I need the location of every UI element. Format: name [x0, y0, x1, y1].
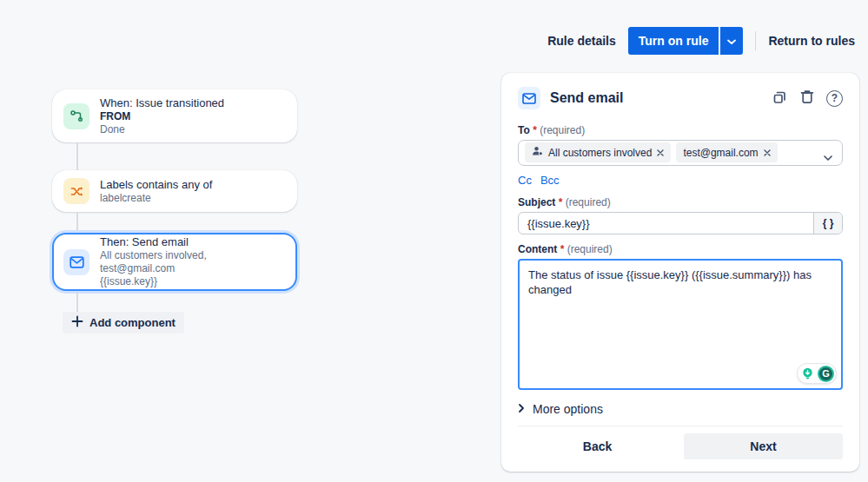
to-recipients-select[interactable]: All customers involved test@gmail.com	[518, 140, 843, 166]
remove-chip-icon[interactable]	[764, 149, 771, 156]
shuffle-icon	[63, 178, 89, 204]
recipient-chip-all-customers[interactable]: All customers involved	[525, 142, 671, 162]
card-subtitle-status: Done	[100, 123, 224, 136]
chevron-down-icon	[726, 35, 737, 48]
card-text: Labels contains any of labelcreate	[100, 178, 212, 205]
chevron-right-icon	[518, 401, 525, 417]
required-asterisk: *	[560, 243, 565, 255]
flow-connector	[76, 212, 78, 231]
add-component-label: Add component	[89, 316, 176, 329]
braces-icon: { }	[823, 217, 834, 229]
recipient-chip-email[interactable]: test@gmail.com	[676, 142, 777, 162]
content-field-label: Content * (required)	[518, 243, 843, 255]
grammarly-widget[interactable]: G	[797, 363, 837, 384]
action-card-send-email-selected[interactable]: Then: Send email All customers involved,…	[52, 233, 297, 291]
add-component-button[interactable]: Add component	[63, 312, 184, 333]
turn-on-rule-dropdown-button[interactable]	[720, 27, 743, 55]
plus-icon	[71, 315, 83, 330]
bcc-link[interactable]: Bcc	[540, 174, 560, 187]
chip-label: test@gmail.com	[683, 147, 758, 159]
cc-link[interactable]: Cc	[518, 174, 532, 187]
content-textarea[interactable]: The status of issue {{issue.key}} ({{iss…	[520, 261, 841, 388]
email-icon	[518, 87, 540, 109]
panel-footer: Back Next	[518, 426, 843, 459]
turn-on-rule-button[interactable]: Turn on rule	[628, 27, 719, 55]
content-field: The status of issue {{issue.key}} ({{iss…	[518, 259, 843, 390]
delete-button[interactable]	[799, 89, 815, 108]
next-button[interactable]: Next	[684, 433, 843, 459]
subject-field-label: Subject * (required)	[518, 196, 843, 208]
trigger-card-issue-transitioned[interactable]: When: Issue transitioned FROM Done	[52, 89, 297, 142]
trash-icon	[799, 89, 815, 108]
card-subtitle-recipients: All customers involved, test@gmail.com	[100, 249, 283, 275]
required-hint: (required)	[540, 124, 585, 136]
grammarly-suggestion-icon[interactable]	[799, 366, 816, 382]
transition-icon	[63, 103, 89, 129]
help-icon: ?	[826, 90, 843, 107]
remove-chip-icon[interactable]	[657, 149, 664, 156]
return-to-rules-link[interactable]: Return to rules	[768, 34, 855, 48]
email-icon	[63, 249, 89, 275]
smart-values-button[interactable]: { }	[813, 213, 842, 234]
card-title: When: Issue transitioned	[100, 96, 224, 110]
duplicate-button[interactable]	[772, 89, 788, 108]
rule-details-link[interactable]: Rule details	[547, 34, 616, 48]
flow-connector	[76, 142, 78, 170]
card-subtitle: labelcreate	[100, 192, 212, 205]
card-title: Then: Send email	[100, 235, 283, 249]
subject-field: { }	[518, 212, 843, 234]
chevron-down-icon[interactable]	[823, 149, 833, 165]
cc-bcc-row: Cc Bcc	[518, 174, 843, 187]
duplicate-icon	[772, 89, 788, 108]
more-options-label: More options	[533, 402, 603, 416]
card-subtitle-from: FROM	[100, 110, 224, 123]
topbar: Rule details Turn on rule Return to rule…	[547, 27, 855, 55]
required-hint: (required)	[567, 243, 613, 255]
subject-input[interactable]	[519, 213, 813, 234]
turn-on-rule-split-button: Turn on rule	[628, 27, 744, 55]
chip-label: All customers involved	[548, 147, 652, 159]
required-asterisk: *	[559, 196, 563, 208]
back-button[interactable]: Back	[518, 433, 677, 459]
panel-actions: ?	[772, 89, 843, 108]
people-icon	[532, 146, 543, 159]
to-field-label: To * (required)	[518, 124, 843, 136]
required-hint: (required)	[566, 196, 611, 208]
card-text: When: Issue transitioned FROM Done	[100, 96, 224, 136]
card-text: Then: Send email All customers involved,…	[100, 235, 283, 288]
automation-rule-builder: Rule details Turn on rule Return to rule…	[0, 0, 868, 482]
send-email-config-panel: Send email	[501, 73, 859, 472]
flow-connector	[76, 293, 78, 312]
condition-card-labels-contains[interactable]: Labels contains any of labelcreate	[52, 170, 297, 212]
required-asterisk: *	[533, 124, 537, 136]
grammarly-logo-icon[interactable]: G	[818, 366, 834, 382]
card-title: Labels contains any of	[100, 178, 212, 192]
panel-header: Send email	[518, 87, 843, 109]
help-button[interactable]: ?	[826, 90, 843, 107]
card-subtitle-subject: {{issue.key}}	[100, 275, 283, 288]
panel-title: Send email	[550, 90, 623, 106]
more-options-toggle[interactable]: More options	[518, 401, 843, 417]
topbar-divider	[755, 31, 756, 50]
